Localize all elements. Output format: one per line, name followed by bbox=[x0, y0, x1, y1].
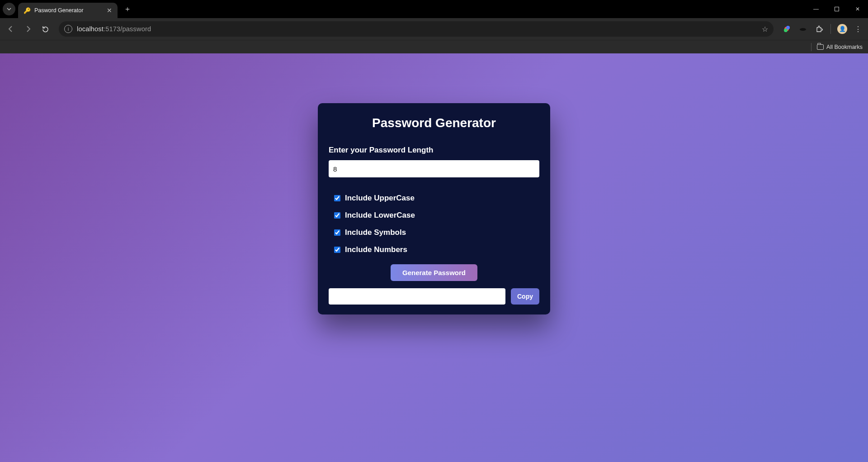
maximize-button[interactable] bbox=[826, 0, 847, 18]
bookmarks-separator bbox=[811, 43, 811, 51]
all-bookmarks-label: All Bookmarks bbox=[826, 44, 863, 50]
option-label: Include LowerCase bbox=[345, 211, 415, 220]
extension-icon-1[interactable] bbox=[780, 22, 793, 36]
option-uppercase[interactable]: Include UpperCase bbox=[334, 194, 539, 203]
option-numbers[interactable]: Include Numbers bbox=[334, 245, 539, 254]
option-label: Include Symbols bbox=[345, 228, 406, 237]
length-label: Enter your Password Length bbox=[329, 146, 539, 155]
checkbox-lowercase[interactable] bbox=[334, 212, 340, 219]
generated-password-output[interactable] bbox=[329, 288, 505, 305]
toolbar-separator bbox=[830, 24, 831, 34]
checkbox-numbers[interactable] bbox=[334, 247, 340, 253]
options-group: Include UpperCase Include LowerCase Incl… bbox=[334, 194, 539, 254]
checkbox-uppercase[interactable] bbox=[334, 195, 340, 201]
copy-button[interactable]: Copy bbox=[511, 288, 539, 305]
address-bar[interactable]: i localhost:5173/password ☆ bbox=[59, 21, 774, 37]
svg-point-3 bbox=[784, 29, 788, 32]
new-tab-button[interactable]: ＋ bbox=[121, 3, 134, 15]
password-generator-card: Password Generator Enter your Password L… bbox=[318, 103, 550, 314]
tab-title: Pasword Generator bbox=[34, 7, 103, 14]
bookmark-star-icon[interactable]: ☆ bbox=[762, 25, 768, 33]
browser-chrome: 🔑 Pasword Generator ✕ ＋ ― ✕ i localhost:… bbox=[0, 0, 868, 53]
url-path: :5173/password bbox=[104, 25, 151, 33]
chrome-menu-button[interactable]: ⋮ bbox=[852, 25, 864, 33]
bookmarks-bar: All Bookmarks bbox=[0, 40, 868, 53]
option-label: Include Numbers bbox=[345, 245, 407, 254]
option-label: Include UpperCase bbox=[345, 194, 415, 203]
site-info-icon[interactable]: i bbox=[64, 25, 72, 33]
svg-point-4 bbox=[800, 28, 806, 31]
tabs-dropdown-button[interactable] bbox=[3, 3, 15, 15]
option-symbols[interactable]: Include Symbols bbox=[334, 228, 539, 237]
page-title: Password Generator bbox=[329, 116, 539, 130]
browser-tab[interactable]: 🔑 Pasword Generator ✕ bbox=[18, 3, 118, 18]
extensions-puzzle-icon[interactable] bbox=[812, 22, 826, 36]
option-lowercase[interactable]: Include LowerCase bbox=[334, 211, 539, 220]
key-icon: 🔑 bbox=[24, 7, 31, 14]
password-length-input[interactable] bbox=[329, 160, 539, 177]
profile-avatar[interactable]: 👤 bbox=[835, 22, 849, 36]
reload-button[interactable] bbox=[38, 22, 52, 36]
page-viewport: Password Generator Enter your Password L… bbox=[0, 53, 868, 462]
extension-icon-2[interactable] bbox=[796, 22, 810, 36]
toolbar: i localhost:5173/password ☆ 👤 ⋮ bbox=[0, 18, 868, 40]
checkbox-symbols[interactable] bbox=[334, 229, 340, 236]
generate-password-button[interactable]: Generate Password bbox=[391, 264, 477, 281]
close-window-button[interactable]: ✕ bbox=[847, 0, 868, 18]
url-host: localhost bbox=[77, 25, 104, 33]
window-controls: ― ✕ bbox=[806, 0, 868, 18]
url-text: localhost:5173/password bbox=[77, 25, 151, 33]
forward-button[interactable] bbox=[21, 22, 35, 36]
all-bookmarks-button[interactable]: All Bookmarks bbox=[817, 44, 863, 50]
minimize-button[interactable]: ― bbox=[806, 0, 826, 18]
back-button[interactable] bbox=[4, 22, 18, 36]
svg-rect-0 bbox=[835, 7, 839, 11]
folder-icon bbox=[817, 44, 824, 50]
titlebar: 🔑 Pasword Generator ✕ ＋ ― ✕ bbox=[0, 0, 868, 18]
close-tab-icon[interactable]: ✕ bbox=[107, 7, 112, 14]
